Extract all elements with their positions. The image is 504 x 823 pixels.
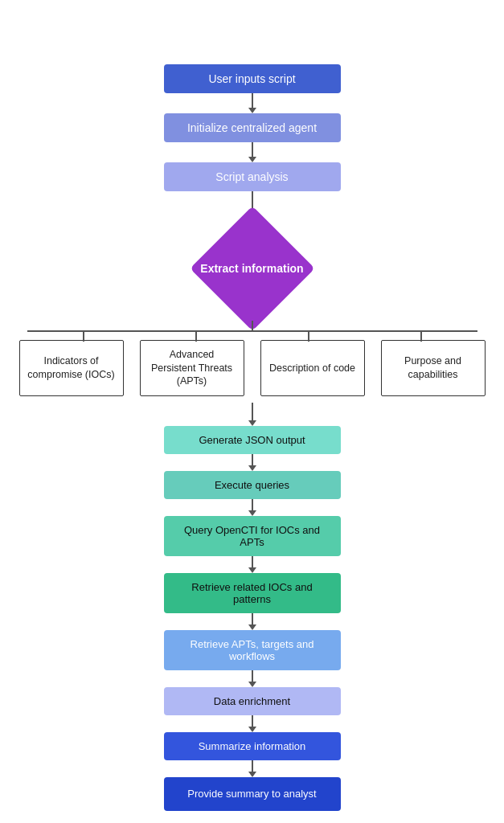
conn6-line	[252, 499, 253, 510]
arrow11	[248, 772, 256, 777]
conn6	[248, 499, 256, 516]
arrow4	[248, 420, 256, 426]
conn4-line	[252, 403, 253, 420]
tick3	[308, 330, 309, 342]
conn1	[248, 93, 256, 113]
step11-label: Summarize information	[199, 740, 306, 752]
conn9-line	[252, 670, 253, 682]
conn10-line	[252, 715, 253, 727]
conn2-line	[252, 142, 253, 157]
diamond-wrapper: Extract information	[188, 216, 317, 321]
conn10	[248, 715, 256, 732]
tick1	[83, 330, 84, 342]
conn5-line	[252, 454, 253, 465]
branch3: Description of code	[256, 340, 369, 396]
conn7-line	[252, 556, 253, 567]
branch3-box: Description of code	[260, 340, 365, 396]
arrow1	[248, 108, 256, 113]
step9-box: Retrieve APTs, targets and workflows	[164, 630, 341, 670]
step12-box: Provide summary to analyst	[164, 777, 341, 811]
branches-flex: Indicators of compromise (IOCs) Advanced…	[3, 340, 502, 396]
step10-label: Data enrichment	[214, 695, 290, 707]
arrow5	[248, 465, 256, 471]
branch4-box: Purpose and capabilities	[381, 340, 486, 396]
step7-label: Query OpenCTI for IOCs and APTs	[180, 524, 325, 548]
step3-label: Script analysis	[215, 170, 288, 183]
branch2-box: Advanced Persistent Threats (APTs)	[140, 340, 244, 396]
branch4: Purpose and capabilities	[377, 340, 490, 396]
step5-label: Generate JSON output	[199, 434, 305, 446]
arrow8	[248, 624, 256, 630]
arrow6	[248, 510, 256, 516]
arrow7	[248, 567, 256, 573]
step1-box: User inputs script	[164, 64, 341, 93]
arrow9	[248, 682, 256, 687]
step6-box: Execute queries	[164, 471, 341, 499]
arrow2	[248, 157, 256, 162]
branch4-label: Purpose and capabilities	[388, 354, 478, 382]
step5-box: Generate JSON output	[164, 426, 341, 454]
step6-label: Execute queries	[215, 479, 289, 491]
conn9	[248, 670, 256, 687]
step2-label: Initialize centralized agent	[187, 121, 317, 134]
arrow10	[248, 727, 256, 732]
diamond-text: Extract information	[200, 261, 303, 276]
branch2-label: Advanced Persistent Threats (APTs)	[147, 348, 237, 389]
branch1: Indicators of compromise (IOCs)	[15, 340, 128, 396]
conn5	[248, 454, 256, 471]
conn1-line	[252, 93, 253, 108]
branch2: Advanced Persistent Threats (APTs)	[136, 340, 248, 396]
step2-box: Initialize centralized agent	[164, 113, 341, 142]
tick2	[195, 330, 197, 342]
h-line-bar	[27, 330, 477, 332]
conn4	[248, 403, 256, 426]
v-down-from-diamond	[252, 321, 253, 330]
conn8	[248, 613, 256, 630]
step11-box: Summarize information	[164, 732, 341, 760]
step8-label: Retrieve related IOCs and patterns	[180, 581, 325, 605]
step10-box: Data enrichment	[164, 687, 341, 715]
branch1-box: Indicators of compromise (IOCs)	[19, 340, 124, 396]
step7-box: Query OpenCTI for IOCs and APTs	[164, 516, 341, 556]
diagram-container: User inputs script Initialize centralize…	[0, 0, 504, 823]
conn7	[248, 556, 256, 573]
conn11-line	[252, 760, 253, 772]
step3-box: Script analysis	[164, 162, 341, 191]
h-line-wrapper	[27, 321, 477, 340]
conn8-line	[252, 613, 253, 624]
step1-label: User inputs script	[208, 72, 295, 85]
step9-label: Retrieve APTs, targets and workflows	[180, 638, 325, 662]
step8-box: Retrieve related IOCs and patterns	[164, 573, 341, 613]
branch3-label: Description of code	[269, 362, 355, 375]
branch1-label: Indicators of compromise (IOCs)	[27, 354, 117, 382]
step12-label: Provide summary to analyst	[187, 787, 316, 801]
tick4	[420, 330, 422, 342]
branches-section: Indicators of compromise (IOCs) Advanced…	[3, 321, 502, 396]
conn2	[248, 142, 256, 162]
conn11	[248, 760, 256, 777]
